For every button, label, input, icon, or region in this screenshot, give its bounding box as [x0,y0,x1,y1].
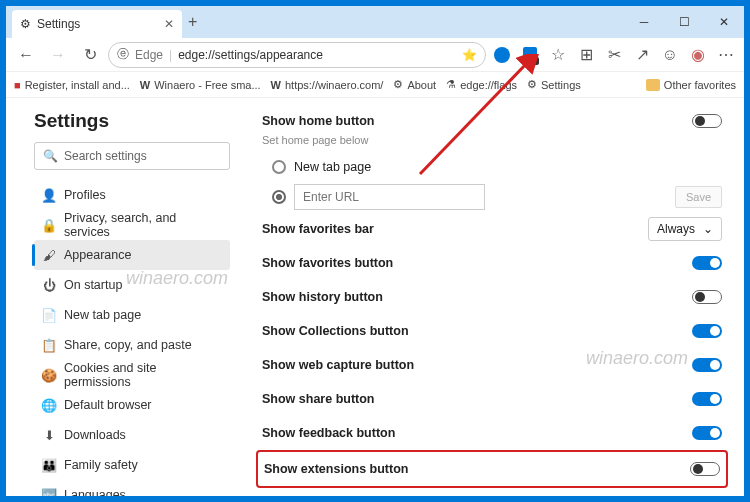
radio-new-tab-label: New tab page [294,160,371,174]
nav-label: Downloads [64,428,126,442]
nav-icon: 🔒 [42,218,56,233]
fav-item-2[interactable]: Whttps://winaero.com/ [271,79,384,91]
tracking-icon[interactable] [518,43,542,67]
search-input[interactable]: 🔍 Search settings [34,142,230,170]
settings-sidebar: Settings 🔍 Search settings 👤Profiles🔒Pri… [6,98,246,496]
favbar-label: Show favorites bar [262,222,374,236]
home-button-label: Show home button [262,114,374,128]
sidebar-item-5[interactable]: 📋Share, copy, and paste [34,330,230,360]
url-path: edge://settings/appearance [178,48,323,62]
gear-icon: ⚙ [393,78,403,91]
nav-label: Family safety [64,458,138,472]
settings-main: Show home button Set home page below New… [246,98,744,496]
toggle-label-0: Show favorites button [262,256,393,270]
edge-icon: ⓔ [117,46,129,63]
toggle-5[interactable] [692,426,722,440]
nav-icon: 🖌 [42,248,56,263]
maximize-button[interactable]: ☐ [664,6,704,38]
toggle-2[interactable] [692,324,722,338]
nav-label: Share, copy, and paste [64,338,192,352]
menu-icon[interactable]: ⋯ [714,43,738,67]
flask-icon: ⚗ [446,78,456,91]
other-favorites[interactable]: Other favorites [646,79,736,91]
fav-icon-1: W [140,79,150,91]
fav-item-0[interactable]: ■Register, install and... [14,79,130,91]
sidebar-item-3[interactable]: ⏻On startup [34,270,230,300]
capture-icon[interactable]: ✂ [602,43,626,67]
nav-icon: ⬇ [42,428,56,443]
fav-item-1[interactable]: WWinaero - Free sma... [140,79,261,91]
nav-icon: 👤 [42,188,56,203]
collections-icon[interactable]: ⊞ [574,43,598,67]
ext-label: Show extensions button [264,462,408,476]
nav-label: Cookies and site permissions [64,361,222,389]
extension-blue-icon[interactable] [490,43,514,67]
sidebar-item-4[interactable]: 📄New tab page [34,300,230,330]
close-window-button[interactable]: ✕ [704,6,744,38]
nav-icon: 🍪 [42,368,56,383]
home-sub: Set home page below [262,134,722,146]
nav-label: Privacy, search, and services [64,211,222,239]
close-tab-icon[interactable]: ✕ [164,17,174,31]
url-brand: Edge [135,48,163,62]
gear-icon: ⚙ [527,78,537,91]
radio-url[interactable] [272,190,286,204]
tab-title: Settings [37,17,80,31]
nav-label: Profiles [64,188,106,202]
forward-button[interactable]: → [44,41,72,69]
nav-icon: 📋 [42,338,56,353]
home-button-toggle[interactable] [692,114,722,128]
fav-item-4[interactable]: ⚗edge://flags [446,78,517,91]
back-button[interactable]: ← [12,41,40,69]
chevron-down-icon: ⌄ [703,222,713,236]
toggle-1[interactable] [692,290,722,304]
folder-icon [646,79,660,91]
sidebar-item-1[interactable]: 🔒Privacy, search, and services [34,210,230,240]
favorites-icon[interactable]: ☆ [546,43,570,67]
sidebar-item-7[interactable]: 🌐Default browser [34,390,230,420]
share-icon[interactable]: ↗ [630,43,654,67]
sidebar-item-9[interactable]: 👪Family safety [34,450,230,480]
fav-item-3[interactable]: ⚙About [393,78,436,91]
extension-round-icon[interactable]: ◉ [686,43,710,67]
url-box[interactable]: ⓔ Edge | edge://settings/appearance ⭐ [108,42,486,68]
home-url-input[interactable] [294,184,485,210]
toggle-label-2: Show Collections button [262,324,409,338]
fav-item-5[interactable]: ⚙Settings [527,78,581,91]
toggle-label-4: Show share button [262,392,375,406]
minimize-button[interactable]: ─ [624,6,664,38]
nav-label: Default browser [64,398,152,412]
toggle-0[interactable] [692,256,722,270]
nav-icon: 📄 [42,308,56,323]
nav-label: Appearance [64,248,131,262]
refresh-button[interactable]: ↻ [76,41,104,69]
browser-tab[interactable]: ⚙ Settings ✕ [12,10,182,38]
nav-label: New tab page [64,308,141,322]
sidebar-item-0[interactable]: 👤Profiles [34,180,230,210]
titlebar: ⚙ Settings ✕ + ─ ☐ ✕ [6,6,744,38]
toggle-3[interactable] [692,358,722,372]
ext-toggle[interactable] [690,462,720,476]
search-icon: 🔍 [43,149,58,163]
sidebar-item-8[interactable]: ⬇Downloads [34,420,230,450]
new-tab-button[interactable]: + [188,13,197,31]
favbar-dropdown[interactable]: Always ⌄ [648,217,722,241]
sidebar-item-2[interactable]: 🖌Appearance [34,240,230,270]
nav-label: Languages [64,488,126,496]
search-placeholder: Search settings [64,149,147,163]
toggle-4[interactable] [692,392,722,406]
read-aloud-icon[interactable]: ⭐ [462,48,477,62]
fav-icon-0: ■ [14,79,21,91]
settings-title: Settings [34,110,230,132]
save-button[interactable]: Save [675,186,722,208]
toggle-label-1: Show history button [262,290,383,304]
feedback-icon[interactable]: ☺ [658,43,682,67]
favorites-bar: ■Register, install and... WWinaero - Fre… [6,72,744,98]
toggle-label-3: Show web capture button [262,358,414,372]
sidebar-item-6[interactable]: 🍪Cookies and site permissions [34,360,230,390]
sidebar-item-10[interactable]: 🔤Languages [34,480,230,496]
radio-new-tab[interactable] [272,160,286,174]
nav-icon: 🔤 [42,488,56,497]
nav-label: On startup [64,278,122,292]
nav-icon: ⏻ [42,278,56,293]
